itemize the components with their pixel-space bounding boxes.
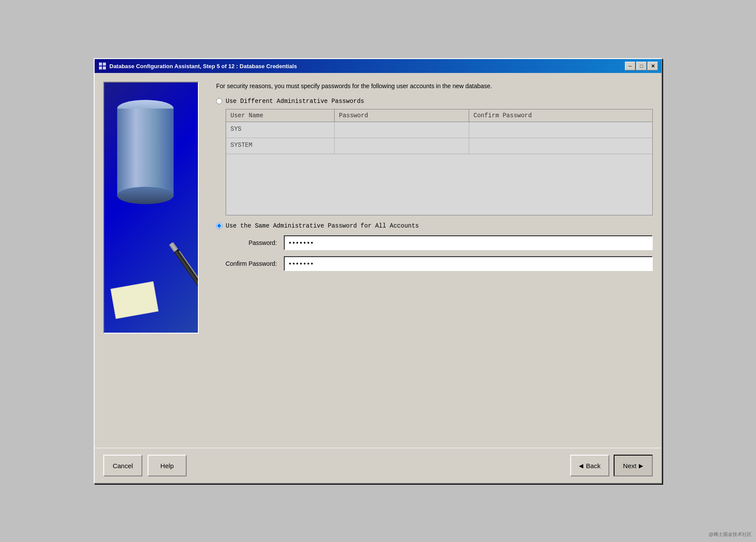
table-row: SYS: [226, 122, 652, 138]
description-text: For security reasons, you must specify p…: [216, 82, 653, 91]
window-controls: ─ □ ✕: [625, 62, 658, 70]
credentials-table: User Name Password Confirm Password SYS: [226, 109, 653, 215]
same-password-section: Use the Same Administrative Password for…: [216, 222, 653, 271]
back-label: Back: [586, 462, 600, 469]
bottom-bar: Cancel Help ◀ Back Next ▶: [95, 448, 661, 483]
main-window: Database Configuration Assistant, Step 5…: [94, 58, 662, 484]
cylinder-body: [117, 109, 174, 195]
table-row: SYSTEM: [226, 138, 652, 154]
illustration: [103, 82, 199, 334]
database-cylinder: [117, 109, 174, 195]
app-icon: [98, 62, 107, 70]
col-username: User Name: [226, 109, 335, 122]
window-content: For security reasons, you must specify p…: [95, 73, 661, 483]
radio-label-2: Use the Same Administrative Password for…: [226, 222, 419, 229]
window-title: Database Configuration Assistant, Step 5…: [109, 63, 625, 69]
confirm-password-input[interactable]: [284, 256, 653, 271]
cancel-button[interactable]: Cancel: [103, 455, 142, 476]
maximize-button[interactable]: □: [636, 62, 647, 70]
next-button[interactable]: Next ▶: [614, 455, 653, 476]
help-button[interactable]: Help: [148, 455, 187, 476]
svg-rect-1: [103, 63, 106, 66]
radio-different-passwords[interactable]: [216, 98, 222, 104]
radio-option-1[interactable]: Use Different Administrative Passwords: [216, 98, 653, 105]
confirm-password-label: Confirm Password:: [216, 260, 277, 267]
sys-password: [335, 122, 469, 138]
system-username: SYSTEM: [226, 138, 335, 154]
pen-clip: [179, 251, 199, 280]
table-empty-area: [226, 154, 652, 215]
col-password: Password: [335, 109, 469, 122]
system-password: [335, 138, 469, 154]
navigation-buttons: ◀ Back Next ▶: [570, 455, 653, 476]
radio-same-password[interactable]: [216, 223, 222, 229]
radio-option-2[interactable]: Use the Same Administrative Password for…: [216, 222, 653, 229]
sys-confirm: [469, 122, 652, 138]
svg-rect-2: [99, 66, 102, 69]
title-bar: Database Configuration Assistant, Step 5…: [95, 59, 661, 73]
cylinder-bottom: [117, 187, 174, 204]
minimize-button[interactable]: ─: [625, 62, 635, 70]
back-arrow-icon: ◀: [579, 463, 583, 469]
pen-body: [174, 249, 199, 294]
radio-label-1: Use Different Administrative Passwords: [226, 98, 364, 105]
sys-username: SYS: [226, 122, 335, 138]
confirm-password-field-row: Confirm Password:: [216, 256, 653, 271]
pen: [174, 249, 199, 294]
right-panel: For security reasons, you must specify p…: [216, 82, 653, 439]
back-button[interactable]: ◀ Back: [570, 455, 609, 476]
password-label: Password:: [216, 239, 277, 246]
paper-foreground: [111, 281, 159, 319]
password-field-row: Password:: [216, 235, 653, 250]
main-area: For security reasons, you must specify p…: [95, 73, 661, 448]
next-label: Next: [623, 462, 637, 469]
left-panel: [103, 82, 207, 439]
table-header: User Name Password Confirm Password: [226, 109, 652, 122]
system-confirm: [469, 138, 652, 154]
svg-rect-3: [103, 66, 106, 69]
table-body: SYS SYSTEM: [226, 122, 652, 215]
svg-rect-0: [99, 63, 102, 66]
col-confirm: Confirm Password: [469, 109, 652, 122]
radio-section-1: Use Different Administrative Passwords U…: [216, 98, 653, 215]
password-input[interactable]: [284, 235, 653, 250]
watermark: @稀土掘金技术社区: [709, 531, 752, 538]
close-button[interactable]: ✕: [648, 62, 658, 70]
next-arrow-icon: ▶: [639, 463, 643, 469]
